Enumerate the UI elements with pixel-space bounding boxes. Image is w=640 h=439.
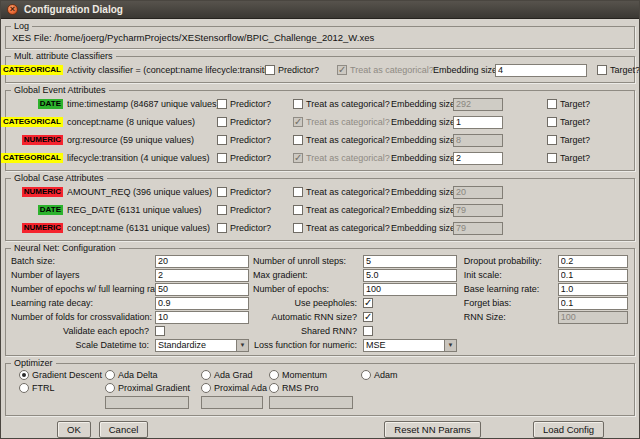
target-option: Target? — [547, 99, 590, 109]
predictor-checkbox[interactable] — [217, 99, 227, 109]
treat-as-categorical-label: Treat as categorical? — [350, 65, 434, 75]
scale-datetime-select[interactable]: Standardize ▼ — [155, 339, 249, 352]
num-epochs-input[interactable] — [363, 283, 457, 296]
embedding-size-input[interactable] — [453, 186, 503, 199]
rnn-size-input[interactable] — [558, 311, 628, 324]
ok-button[interactable]: OK — [57, 421, 91, 438]
predictor-checkbox[interactable] — [217, 205, 227, 215]
event-attribute-row: NUMERIC org:resource (59 unique values) … — [9, 131, 631, 149]
validate-each-epoch-checkbox[interactable] — [155, 326, 165, 336]
predictor-checkbox[interactable] — [217, 117, 227, 127]
classifier-row: CATEGORICAL Activity classifier = (conce… — [9, 61, 631, 79]
predictor-label: Predictor? — [230, 117, 271, 127]
optimizer-radio-ada-delta[interactable]: Ada Delta — [105, 370, 201, 380]
batch-size-input[interactable] — [155, 255, 249, 268]
optimizer-radio-adam[interactable]: Adam — [361, 370, 629, 380]
optimizer-radio-gradient-descent[interactable]: Gradient Descent — [19, 370, 105, 380]
treat-as-categorical-checkbox[interactable] — [293, 223, 303, 233]
reset-nn-params-button[interactable]: Reset NN Params — [384, 421, 481, 438]
optimizer-radio-momentum[interactable]: Momentum — [269, 370, 361, 380]
validate-each-epoch-label: Validate each epoch? — [11, 326, 155, 336]
target-option: Target? — [597, 65, 640, 75]
load-config-button[interactable]: Load Config — [533, 421, 604, 438]
chevron-down-icon[interactable]: ▼ — [444, 339, 457, 352]
max-gradient-input[interactable] — [363, 269, 457, 282]
radio-label: Gradient Descent — [32, 370, 102, 380]
shared-rnn-checkbox[interactable] — [363, 326, 373, 336]
treat-as-categorical-checkbox[interactable] — [293, 135, 303, 145]
optimizer-radio-ftrl[interactable]: FTRL — [19, 383, 105, 393]
predictor-checkbox[interactable] — [217, 135, 227, 145]
target-label: Target? — [560, 135, 590, 145]
treat-as-categorical-checkbox[interactable] — [293, 187, 303, 197]
forget-bias-label: Forget bias: — [464, 298, 558, 308]
treat-as-categorical-label: Treat as categorical? — [306, 205, 390, 215]
target-checkbox[interactable] — [547, 99, 557, 109]
radio-icon — [105, 370, 115, 380]
dropout-probability-label: Dropout probability: — [464, 256, 558, 266]
epochs-full-lr-input[interactable] — [155, 283, 249, 296]
predictor-checkbox[interactable] — [217, 223, 227, 233]
num-layers-input[interactable] — [155, 269, 249, 282]
unroll-steps-input[interactable] — [363, 255, 457, 268]
optimizer-param-field[interactable] — [105, 396, 189, 409]
dropout-probability-input[interactable] — [558, 255, 628, 268]
use-peepholes-checkbox[interactable] — [363, 298, 373, 308]
treat-as-categorical-checkbox[interactable] — [293, 117, 303, 127]
predictor-option: Predictor? — [217, 99, 293, 109]
base-learning-rate-label: Base learning rate: — [464, 284, 558, 294]
predictor-checkbox[interactable] — [217, 187, 227, 197]
classifiers-group: Mult. attribute Classifiers CATEGORICAL … — [5, 51, 635, 83]
type-badge-cell: NUMERIC — [9, 223, 67, 233]
forget-bias-input[interactable] — [558, 297, 628, 310]
embedding-size-input[interactable] — [453, 222, 503, 235]
window-titlebar[interactable]: × Configuration Dialog — [1, 1, 639, 19]
window-close-button[interactable]: × — [7, 4, 18, 15]
case-attributes-group: Global Case Attributes NUMERIC AMOUNT_RE… — [5, 173, 635, 241]
type-badge-cell: CATEGORICAL — [9, 153, 67, 163]
treat-as-categorical-option: Treat as categorical? — [293, 205, 391, 215]
treat-as-categorical-checkbox[interactable] — [293, 153, 303, 163]
chevron-down-icon[interactable]: ▼ — [236, 339, 249, 352]
predictor-label: Predictor? — [230, 135, 271, 145]
neural-net-group-title: Neural Net: Configuration — [11, 243, 119, 253]
predictor-checkbox[interactable] — [265, 65, 275, 75]
optimizer-group: Optimizer Gradient Descent Ada Delta Ada… — [5, 358, 635, 416]
treat-as-categorical-checkbox[interactable] — [293, 99, 303, 109]
attribute-name: concept:name (6131 unique values) — [67, 223, 217, 233]
embedding-size-input[interactable] — [453, 116, 503, 129]
optimizer-radio-proximal-ada[interactable]: Proximal Ada — [201, 383, 269, 393]
optimizer-param-field[interactable] — [269, 396, 353, 409]
loss-function-select[interactable]: MSE ▼ — [363, 339, 457, 352]
target-checkbox[interactable] — [547, 117, 557, 127]
embedding-size-input[interactable] — [453, 134, 503, 147]
type-badge: CATEGORICAL — [1, 65, 63, 75]
loss-function-value: MSE — [363, 339, 444, 352]
predictor-option: Predictor? — [217, 153, 293, 163]
treat-as-categorical-checkbox[interactable] — [293, 205, 303, 215]
base-learning-rate-input[interactable] — [558, 283, 628, 296]
target-checkbox[interactable] — [547, 153, 557, 163]
type-badge: CATEGORICAL — [1, 117, 63, 127]
optimizer-radio-ada-grad[interactable]: Ada Grad — [201, 370, 269, 380]
embedding-size-input[interactable] — [495, 64, 587, 77]
embedding-size-input[interactable] — [453, 152, 503, 165]
embedding-size-input[interactable] — [453, 98, 503, 111]
optimizer-param-field[interactable] — [201, 396, 263, 409]
optimizer-radio-rms-pro[interactable]: RMS Pro — [269, 383, 361, 393]
target-option: Target? — [547, 135, 590, 145]
init-scale-input[interactable] — [558, 269, 628, 282]
attribute-name: lifecycle:transition (4 unique values) — [67, 153, 217, 163]
treat-as-categorical-label: Treat as categorical? — [306, 135, 390, 145]
optimizer-radio-proximal-gradient[interactable]: Proximal Gradient — [105, 383, 201, 393]
automatic-rnn-size-checkbox[interactable] — [363, 312, 373, 322]
target-checkbox[interactable] — [547, 135, 557, 145]
treat-as-categorical-checkbox[interactable] — [337, 65, 347, 75]
predictor-checkbox[interactable] — [217, 153, 227, 163]
crossvalidation-folds-input[interactable] — [155, 311, 249, 324]
target-checkbox[interactable] — [597, 65, 607, 75]
embedding-size-input[interactable] — [453, 204, 503, 217]
cancel-button[interactable]: Cancel — [99, 421, 149, 438]
lr-decay-input[interactable] — [155, 297, 249, 310]
type-badge: NUMERIC — [22, 223, 63, 233]
